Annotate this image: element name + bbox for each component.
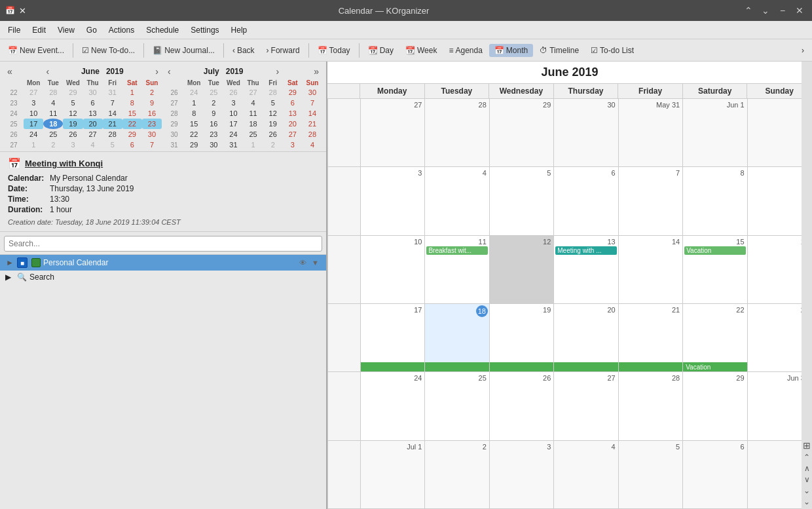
- cell-jun11[interactable]: 11 Breakfast wit...: [425, 236, 489, 304]
- cell-jun28[interactable]: 28: [619, 372, 683, 440]
- mini-cal-day[interactable]: 6: [83, 98, 103, 108]
- mini-cal-day[interactable]: 30: [303, 87, 322, 98]
- mini-cal-day[interactable]: 24: [184, 87, 204, 98]
- mini-cal-day[interactable]: 29: [122, 129, 142, 140]
- cell-jun19[interactable]: 19: [490, 304, 554, 372]
- breakfast-event[interactable]: Breakfast wit...: [426, 246, 487, 255]
- mini-cal-day[interactable]: 29: [184, 140, 204, 150]
- event-title[interactable]: Meeting with Konqi: [25, 159, 103, 168]
- mini-cal-day[interactable]: 18: [43, 119, 63, 129]
- back-button[interactable]: ‹ Back: [227, 44, 260, 57]
- mini-cal-day[interactable]: 6: [122, 140, 142, 150]
- mini-cal-day[interactable]: 16: [204, 119, 223, 129]
- mini-cal-day[interactable]: 8: [122, 98, 142, 108]
- cell-may29[interactable]: 29: [490, 99, 554, 167]
- menubar-item-go[interactable]: Go: [81, 24, 102, 37]
- mini-cal-day[interactable]: 29: [63, 87, 83, 98]
- mini-cal-day[interactable]: 10: [24, 108, 43, 119]
- expand-icon[interactable]: ⊞: [803, 440, 811, 451]
- cell-jun4[interactable]: 4: [425, 167, 489, 235]
- cell-jun10[interactable]: 10: [361, 236, 425, 304]
- mini-cal-day[interactable]: 4: [43, 98, 63, 108]
- mini-cal-day[interactable]: 28: [263, 87, 283, 98]
- mini-cal-day[interactable]: 31: [223, 140, 243, 150]
- cell-jun24[interactable]: 24: [361, 372, 425, 440]
- close-button[interactable]: ✕: [792, 3, 807, 18]
- scroll-end-btn[interactable]: ⌄: [803, 497, 810, 506]
- cell-jun3[interactable]: 3: [361, 167, 425, 235]
- day-button[interactable]: 📆 Day: [363, 44, 399, 57]
- mini-cal-day[interactable]: 24: [24, 129, 43, 140]
- new-event-button[interactable]: 📅 New Event...: [3, 44, 69, 57]
- minimize-button[interactable]: −: [775, 3, 790, 18]
- mini-cal-day[interactable]: 27: [283, 129, 303, 140]
- mini-cal-day[interactable]: 11: [244, 108, 263, 119]
- cell-may27[interactable]: 27: [361, 99, 425, 167]
- mini-cal-june-next[interactable]: ›: [153, 66, 160, 77]
- search-input[interactable]: [4, 236, 322, 252]
- week-button[interactable]: 📆 Week: [400, 44, 442, 57]
- mini-cal-prev-prev[interactable]: «: [5, 66, 14, 77]
- mini-cal-day[interactable]: 15: [184, 119, 204, 129]
- menubar-item-schedule[interactable]: Schedule: [141, 24, 184, 37]
- today-button[interactable]: 📅 Today: [312, 44, 356, 57]
- mini-cal-day[interactable]: 2: [204, 98, 223, 108]
- mini-cal-day[interactable]: 15: [122, 108, 142, 119]
- mini-cal-day[interactable]: 13: [83, 108, 103, 119]
- new-todo-button[interactable]: ☑ New To-do...: [77, 44, 140, 57]
- mini-cal-day[interactable]: 28: [303, 129, 322, 140]
- cell-jun17[interactable]: 17: [361, 304, 425, 372]
- mini-cal-day[interactable]: 20: [283, 119, 303, 129]
- cell-jun6[interactable]: 6: [554, 167, 618, 235]
- cell-jun29[interactable]: 29: [683, 372, 747, 440]
- mini-cal-day[interactable]: 3: [223, 98, 243, 108]
- mini-cal-day[interactable]: 27: [24, 87, 43, 98]
- menubar-item-view[interactable]: View: [52, 24, 80, 37]
- mini-cal-day[interactable]: 28: [103, 129, 122, 140]
- mini-cal-day[interactable]: 30: [204, 140, 223, 150]
- cell-jun22[interactable]: 22 Vacation: [683, 304, 747, 372]
- cell-jun27[interactable]: 27: [554, 372, 618, 440]
- mini-cal-day[interactable]: 24: [223, 129, 243, 140]
- cell-jun14[interactable]: 14: [619, 236, 683, 304]
- expand-chevron[interactable]: ►: [5, 258, 14, 267]
- mini-cal-day[interactable]: 31: [103, 87, 122, 98]
- mini-cal-day[interactable]: 7: [142, 140, 162, 150]
- mini-cal-day[interactable]: 12: [263, 108, 283, 119]
- mini-cal-day[interactable]: 17: [24, 119, 43, 129]
- menubar-item-help[interactable]: Help: [226, 24, 253, 37]
- cell-jun12[interactable]: 12: [490, 236, 554, 304]
- cell-jul2[interactable]: 2: [425, 441, 489, 509]
- month-button[interactable]: 📅 Month: [489, 44, 533, 57]
- cell-jul5[interactable]: 5: [619, 441, 683, 509]
- mini-cal-day[interactable]: 5: [63, 98, 83, 108]
- mini-cal-day[interactable]: 25: [43, 129, 63, 140]
- cell-jun8[interactable]: 8: [683, 167, 747, 235]
- mini-cal-day[interactable]: 3: [283, 140, 303, 150]
- mini-cal-day[interactable]: 28: [43, 87, 63, 98]
- mini-cal-day[interactable]: 27: [83, 129, 103, 140]
- todo-list-button[interactable]: ☑ To-do List: [585, 44, 639, 57]
- mini-cal-day[interactable]: 27: [244, 87, 263, 98]
- mini-cal-july-next[interactable]: ›: [274, 66, 281, 77]
- scroll-down-btn[interactable]: ∨: [804, 475, 810, 484]
- cell-jun1[interactable]: Jun 1: [683, 99, 747, 167]
- mini-cal-day[interactable]: 19: [63, 119, 83, 129]
- cell-jul1[interactable]: Jul 1: [361, 441, 425, 509]
- menubar-item-settings[interactable]: Settings: [185, 24, 224, 37]
- mini-cal-day[interactable]: 26: [63, 129, 83, 140]
- cell-jul6[interactable]: 6: [683, 441, 747, 509]
- mini-cal-day[interactable]: 11: [43, 108, 63, 119]
- mini-cal-day[interactable]: 1: [122, 87, 142, 98]
- cell-jun13[interactable]: 13 Meeting with ...: [554, 236, 618, 304]
- scroll-top-btn[interactable]: ⌃: [803, 453, 810, 462]
- chevron-up-btn[interactable]: ⌃: [741, 3, 756, 18]
- mini-cal-day[interactable]: 9: [204, 108, 223, 119]
- mini-cal-day[interactable]: 25: [204, 87, 223, 98]
- mini-cal-day[interactable]: 22: [184, 129, 204, 140]
- personal-calendar-item[interactable]: ► ■ Personal Calendar 👁 ▼: [0, 255, 326, 271]
- mini-cal-day[interactable]: 17: [223, 119, 243, 129]
- mini-cal-day[interactable]: 29: [283, 87, 303, 98]
- cell-jun15[interactable]: 15 Vacation: [683, 236, 747, 304]
- mini-cal-day[interactable]: 30: [83, 87, 103, 98]
